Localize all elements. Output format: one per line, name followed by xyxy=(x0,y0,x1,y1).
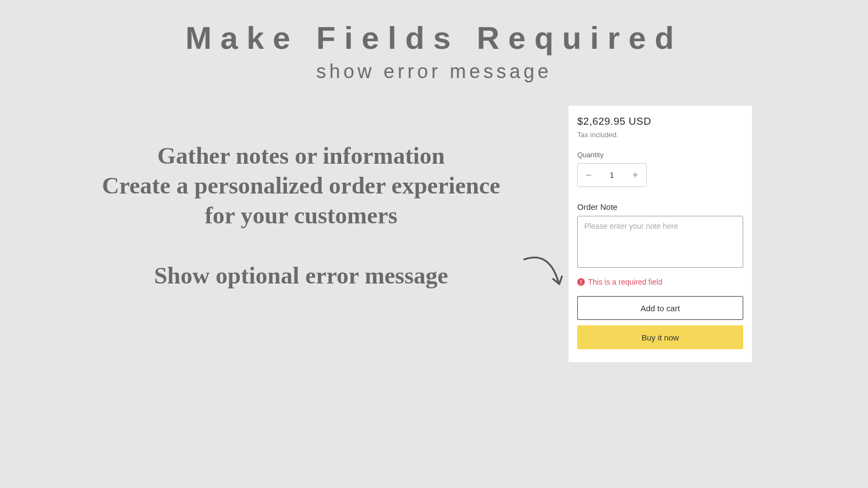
marketing-copy: Gather notes or information Create a per… xyxy=(16,141,586,291)
copy-line-1: Gather notes or information xyxy=(16,141,586,171)
order-note-label: Order Note xyxy=(577,202,743,211)
header-section: Make Fields Required show error message xyxy=(0,0,868,83)
arrow-icon xyxy=(518,252,570,296)
quantity-stepper[interactable]: − 1 + xyxy=(577,163,647,187)
add-to-cart-button[interactable]: Add to cart xyxy=(577,296,743,320)
error-message-text: This is a required field xyxy=(588,278,662,286)
quantity-label: Quantity xyxy=(577,151,743,159)
copy-line-4: Show optional error message xyxy=(16,261,586,291)
error-message-row: ! This is a required field xyxy=(577,278,743,286)
copy-line-3: for your customers xyxy=(16,201,586,230)
page-title: Make Fields Required xyxy=(0,20,868,56)
quantity-increase-button[interactable]: + xyxy=(624,164,646,187)
order-note-input[interactable] xyxy=(577,216,743,268)
quantity-decrease-button[interactable]: − xyxy=(578,164,599,187)
product-price: $2,629.95 USD xyxy=(577,115,743,127)
buy-it-now-button[interactable]: Buy it now xyxy=(577,325,743,349)
product-card: $2,629.95 USD Tax included. Quantity − 1… xyxy=(569,106,752,362)
page-subtitle: show error message xyxy=(0,60,868,83)
tax-note: Tax included. xyxy=(577,131,743,139)
error-icon: ! xyxy=(577,278,585,286)
quantity-value: 1 xyxy=(599,171,624,179)
copy-line-2: Create a personalized order experience xyxy=(16,171,586,201)
